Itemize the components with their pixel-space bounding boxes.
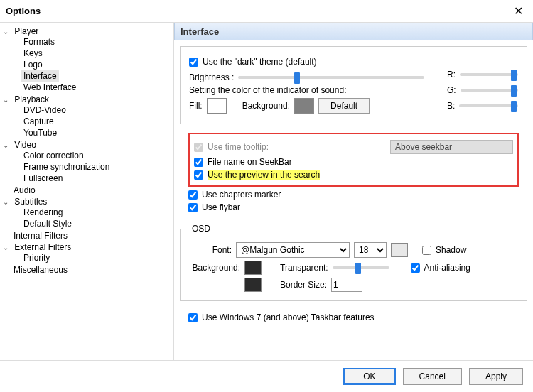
tree-item-default-style[interactable]: Default Style (21, 218, 172, 229)
bg-swatch[interactable] (294, 98, 314, 114)
preview-search-checkbox[interactable] (194, 170, 203, 180)
tree-item-color-correction[interactable]: Color correction (21, 150, 172, 161)
r-slider[interactable] (460, 73, 518, 76)
shadow-label[interactable]: Shadow (436, 245, 466, 255)
font-select[interactable]: @Malgun Gothic (236, 242, 350, 258)
titlebar: Options ✕ (0, 0, 533, 23)
sidebar: ⌄ Player Formats Keys Logo Interface Web… (0, 23, 174, 364)
tree: ⌄ Player Formats Keys Logo Interface Web… (1, 26, 172, 276)
chevron-down-icon[interactable]: ⌄ (1, 141, 10, 149)
chevron-down-icon[interactable]: ⌄ (1, 96, 10, 104)
filename-seekbar-label[interactable]: File name on SeekBar (208, 157, 292, 167)
tree-item-logo[interactable]: Logo (21, 59, 172, 70)
tree-node-audio[interactable]: Audio (1, 185, 172, 196)
tree-item-formats[interactable]: Formats (21, 36, 172, 48)
tree-item-youtube[interactable]: YouTube (21, 127, 172, 138)
container: ⌄ Player Formats Keys Logo Interface Web… (0, 23, 533, 364)
dark-theme-label[interactable]: Use the "dark" theme (default) (203, 57, 317, 67)
chevron-down-icon[interactable]: ⌄ (1, 198, 10, 206)
tree-node-playback[interactable]: ⌄ Playback DVD-Video Capture YouTube (1, 94, 172, 139)
g-label: G: (447, 85, 456, 95)
brightness-label: Brightness : (189, 72, 234, 82)
font-label: Font: (189, 245, 232, 255)
font-size-select[interactable]: 18 (354, 242, 387, 258)
tree-node-internal-filters[interactable]: Internal Filters (1, 230, 172, 241)
filename-seekbar-checkbox[interactable] (194, 158, 203, 167)
indicator-color-label: Setting the color of the indicator of so… (189, 85, 346, 95)
preview-search-label[interactable]: Use the preview in the search (208, 170, 320, 180)
chevron-down-icon[interactable]: ⌄ (1, 28, 10, 36)
border-size-label: Border Size: (280, 280, 327, 290)
tooltip-position-select: Above seekbar (390, 140, 513, 154)
time-tooltip-label: Use time tooltip: (208, 142, 269, 152)
bg-label: Background: (242, 101, 290, 111)
g-slider[interactable] (461, 89, 518, 92)
b-slider[interactable] (459, 104, 518, 107)
osd-bg-swatch[interactable] (244, 261, 262, 275)
tree-node-external-filters[interactable]: ⌄ External Filters Priority (1, 241, 172, 264)
tree-item-capture[interactable]: Capture (21, 116, 172, 127)
tree-item-interface[interactable]: Interface (21, 70, 172, 82)
transparent-label: Transparent: (280, 263, 328, 273)
osd-border-swatch[interactable] (244, 278, 262, 292)
chevron-down-icon[interactable]: ⌄ (1, 244, 10, 251)
fill-swatch[interactable] (207, 98, 227, 114)
tree-item-frame-sync[interactable]: Frame synchronization (21, 161, 172, 173)
flybar-label[interactable]: Use flybar (202, 202, 240, 212)
r-label: R: (447, 70, 456, 80)
default-button[interactable]: Default (318, 98, 370, 114)
font-color-swatch[interactable] (391, 243, 408, 257)
theme-panel: Use the "dark" theme (default) Brightnes… (180, 46, 527, 124)
taskbar-label[interactable]: Use Windows 7 (and above) Taskbar featur… (202, 312, 375, 322)
dark-theme-checkbox[interactable] (189, 58, 198, 67)
antialias-checkbox[interactable] (411, 263, 420, 273)
chapters-marker-checkbox[interactable] (188, 190, 198, 200)
b-label: B: (447, 101, 455, 111)
taskbar-checkbox[interactable] (188, 313, 198, 322)
close-icon[interactable]: ✕ (510, 3, 527, 19)
flybar-checkbox[interactable] (188, 203, 198, 212)
dialog-buttons: OK Cancel Apply (0, 360, 533, 392)
tree-item-web-interface[interactable]: Web Interface (21, 82, 172, 93)
brightness-slider[interactable] (238, 76, 424, 79)
tree-node-subtitles[interactable]: ⌄ Subtitles Rendering Default Style (1, 196, 172, 230)
window-title: Options (6, 6, 41, 16)
ok-button[interactable]: OK (343, 368, 395, 385)
main-panel: Interface Use the "dark" theme (default)… (174, 23, 533, 364)
fill-label: Fill: (189, 101, 203, 111)
shadow-checkbox[interactable] (422, 246, 431, 255)
tree-item-fullscreen[interactable]: Fullscreen (21, 173, 172, 184)
chapters-marker-label[interactable]: Use chapters marker (202, 190, 281, 200)
antialias-label[interactable]: Anti-aliasing (424, 263, 470, 273)
osd-bg-label: Background: (189, 263, 240, 273)
cancel-button[interactable]: Cancel (403, 368, 462, 385)
seekbar-highlight-box: Use time tooltip: Above seekbar File nam… (188, 133, 519, 187)
apply-button[interactable]: Apply (469, 368, 523, 385)
border-size-input[interactable] (331, 278, 362, 292)
time-tooltip-checkbox (194, 143, 203, 152)
tree-node-misc[interactable]: Miscellaneous (1, 264, 172, 276)
tree-item-rendering[interactable]: Rendering (21, 207, 172, 218)
osd-fieldset: OSD Font: @Malgun Gothic 18 Shadow Backg… (180, 224, 527, 301)
tree-node-player[interactable]: ⌄ Player Formats Keys Logo Interface Web… (1, 26, 172, 94)
tree-item-priority[interactable]: Priority (21, 252, 172, 263)
transparent-slider[interactable] (333, 266, 389, 269)
section-header: Interface (174, 23, 533, 40)
tree-item-dvd[interactable]: DVD-Video (21, 104, 172, 116)
tree-node-video[interactable]: ⌄ Video Color correction Frame synchroni… (1, 139, 172, 185)
osd-legend: OSD (189, 224, 213, 234)
tree-item-keys[interactable]: Keys (21, 48, 172, 59)
